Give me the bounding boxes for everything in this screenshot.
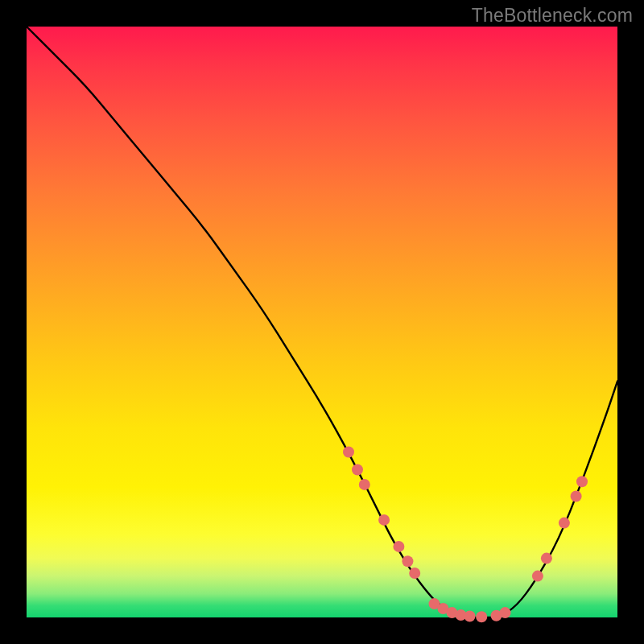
- data-marker: [576, 476, 588, 487]
- data-marker: [409, 568, 420, 579]
- curve-svg: [27, 27, 617, 617]
- data-marker: [464, 611, 476, 622]
- data-marker: [571, 491, 582, 502]
- data-marker: [541, 553, 552, 564]
- data-marker: [500, 607, 511, 618]
- data-marker: [476, 611, 487, 622]
- data-marker: [378, 514, 390, 526]
- data-marker: [352, 464, 363, 476]
- bottleneck-curve: [27, 27, 617, 617]
- data-marker: [393, 541, 404, 552]
- data-marker: [359, 479, 370, 490]
- watermark-text: TheBottleneck.com: [472, 5, 633, 27]
- data-marker: [559, 518, 570, 529]
- marker-group: [343, 447, 588, 623]
- data-marker: [343, 447, 354, 458]
- chart-frame: TheBottleneck.com: [0, 0, 644, 644]
- data-marker: [402, 555, 413, 567]
- data-marker: [532, 571, 543, 582]
- plot-area: [27, 27, 617, 617]
